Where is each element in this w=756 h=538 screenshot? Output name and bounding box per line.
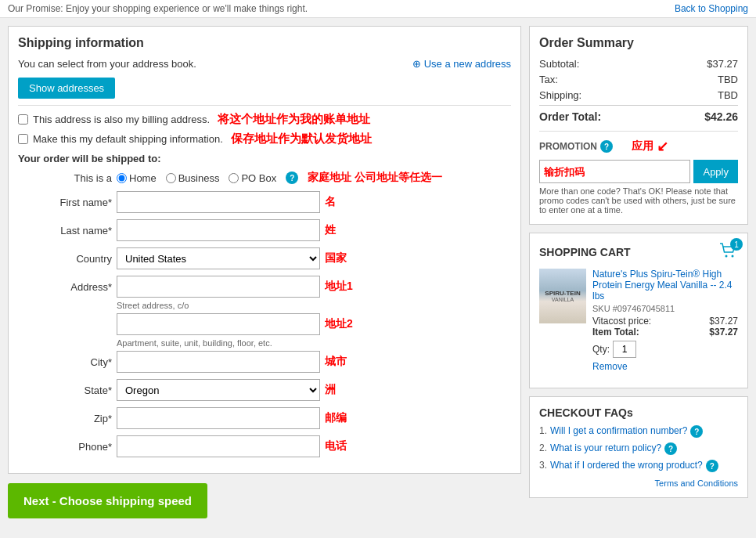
shipping-row: Shipping: TBD [539, 89, 738, 101]
first-name-input[interactable] [117, 191, 320, 213]
tax-row: Tax: TBD [539, 74, 738, 85]
product-sublabel: VANILLA [552, 297, 574, 302]
cart-item: SPIRU-TEIN VANILLA Nature's Plus Spiru-T… [539, 269, 738, 372]
subtotal-label: Subtotal: [539, 58, 579, 70]
address-type-annotation: 家庭地址 公司地址等任选一 [308, 171, 442, 185]
vitacost-price-value: $37.27 [709, 316, 738, 327]
product-image: SPIRU-TEIN VANILLA [539, 269, 586, 323]
state-select[interactable]: Oregon [117, 379, 320, 401]
last-name-input[interactable] [117, 219, 320, 241]
country-annotation: 国家 [325, 251, 347, 265]
item-total-value: $37.27 [709, 327, 738, 338]
address1-input[interactable] [117, 276, 320, 298]
home-radio[interactable] [117, 173, 127, 183]
cart-item-name[interactable]: Nature's Plus Spiru-Tein® High Protein E… [592, 269, 738, 301]
faq-help-2[interactable]: ? [664, 442, 677, 455]
order-total-row: Order Total: $42.26 [539, 105, 738, 123]
last-name-annotation: 姓 [325, 223, 336, 237]
faq-link-1[interactable]: Will I get a confirmation number? [550, 425, 687, 436]
zip-row: Zip* 邮编 [18, 407, 511, 429]
address1-label: Address* [18, 281, 112, 293]
next-button[interactable]: Next - Choose shipping speed [8, 483, 207, 518]
show-addresses-button[interactable]: Show addresses [18, 78, 115, 99]
address-type-help-icon[interactable]: ? [286, 172, 298, 184]
vitacost-price-label: Vitacost price: [592, 316, 651, 327]
billing-checkbox[interactable] [18, 114, 28, 125]
terms-link[interactable]: Terms and Conditions [539, 478, 738, 488]
faq-box: CHECKOUT FAQs 1. Will I get a confirmati… [529, 396, 748, 498]
business-radio-label[interactable]: Business [166, 172, 220, 184]
promise-text: Our Promise: Enjoy your shopping experie… [8, 3, 308, 14]
pobox-radio-label[interactable]: PO Box [229, 172, 276, 184]
item-total-label: Item Total: [592, 327, 639, 338]
qty-row: Qty: [592, 341, 738, 358]
qty-input[interactable] [613, 341, 636, 358]
faq-num-1: 1. [539, 425, 547, 436]
address-type-row: This is a Home Business PO Box ? 家庭地址 公司… [18, 171, 511, 185]
address1-annotation: 地址1 [325, 280, 353, 294]
order-total-label: Order Total: [539, 110, 601, 123]
faq-help-1[interactable]: ? [690, 425, 703, 438]
cart-item-total-row: Item Total: $37.27 [592, 327, 738, 338]
address1-row: Address* 地址1 [18, 276, 511, 298]
back-to-shopping-link[interactable]: Back to Shopping [675, 3, 748, 14]
remove-link[interactable]: Remove [592, 361, 738, 372]
business-radio[interactable] [166, 173, 176, 183]
faq-help-3[interactable]: ? [706, 460, 718, 472]
billing-checkbox-label: This address is also my billing address. [33, 114, 210, 125]
cart-item-sku: SKU #097467045811 [592, 304, 738, 313]
zip-input[interactable] [117, 407, 320, 429]
shipping-title: Shipping information [18, 36, 511, 50]
country-select[interactable]: United States [117, 247, 320, 269]
faq-link-3[interactable]: What if I ordered the wrong product? [550, 460, 703, 471]
city-label: City* [18, 356, 112, 368]
zip-label: Zip* [18, 413, 112, 424]
subtotal-row: Subtotal: $37.27 [539, 58, 738, 70]
shipping-value: TBD [718, 89, 738, 101]
first-name-row: First name* 名 [18, 191, 511, 213]
promo-help-icon[interactable]: ? [600, 140, 613, 153]
cart-badge: 1 [730, 238, 743, 251]
promo-input[interactable] [539, 160, 690, 183]
main-container: Shipping information You can select from… [0, 18, 756, 526]
top-bar: Our Promise: Enjoy your shopping experie… [0, 0, 756, 18]
apply-annotation: 应用 [632, 139, 653, 153]
default-shipping-checkbox[interactable] [18, 134, 28, 144]
tax-value: TBD [718, 74, 738, 85]
promo-note: More than one code? That's OK! Please no… [539, 186, 738, 215]
default-annotation: 保存地址作为默认发货地址 [231, 132, 372, 146]
first-name-annotation: 名 [325, 195, 336, 209]
phone-input[interactable] [117, 435, 320, 457]
phone-row: Phone* 电话 [18, 435, 511, 457]
city-annotation: 城市 [325, 355, 347, 369]
billing-annotation: 将这个地址作为我的账单地址 [218, 112, 370, 127]
country-row: Country United States 国家 [18, 247, 511, 269]
address2-annotation: 地址2 [325, 317, 353, 331]
svg-point-1 [732, 255, 734, 258]
address2-row: 地址2 [18, 313, 511, 335]
last-name-row: Last name* 姓 [18, 219, 511, 241]
home-radio-label[interactable]: Home [117, 172, 157, 184]
product-label: SPIRU-TEIN [545, 290, 580, 298]
address-book-text: You can select from your address book. [18, 58, 196, 70]
state-annotation: 洲 [325, 383, 336, 397]
shipping-info-box: Shipping information You can select from… [8, 26, 521, 474]
default-shipping-label: Make this my default shipping informatio… [33, 133, 223, 145]
faq-link-2[interactable]: What is your return policy? [550, 442, 661, 453]
faq-item-2: 2. What is your return policy? ? [539, 442, 738, 455]
cart-vitacost-price-row: Vitacost price: $37.27 [592, 316, 738, 327]
arrow-down-icon: ↙ [657, 138, 668, 155]
state-label: State* [18, 385, 112, 396]
cart-icon-wrapper: 1 [719, 243, 738, 261]
address2-input[interactable] [117, 313, 320, 335]
cart-header: SHOPPING CART 1 [539, 243, 738, 261]
country-label: Country [18, 253, 112, 265]
address2-hint: Apartment, suite, unit, building, floor,… [117, 338, 511, 348]
city-input[interactable] [117, 351, 320, 373]
promo-apply-button[interactable]: Apply [693, 160, 738, 183]
state-row: State* Oregon 洲 [18, 379, 511, 401]
tax-label: Tax: [539, 74, 558, 85]
pobox-radio[interactable] [229, 173, 239, 183]
use-new-address-link[interactable]: Use a new address [412, 58, 511, 70]
cart-title: SHOPPING CART [539, 246, 631, 258]
